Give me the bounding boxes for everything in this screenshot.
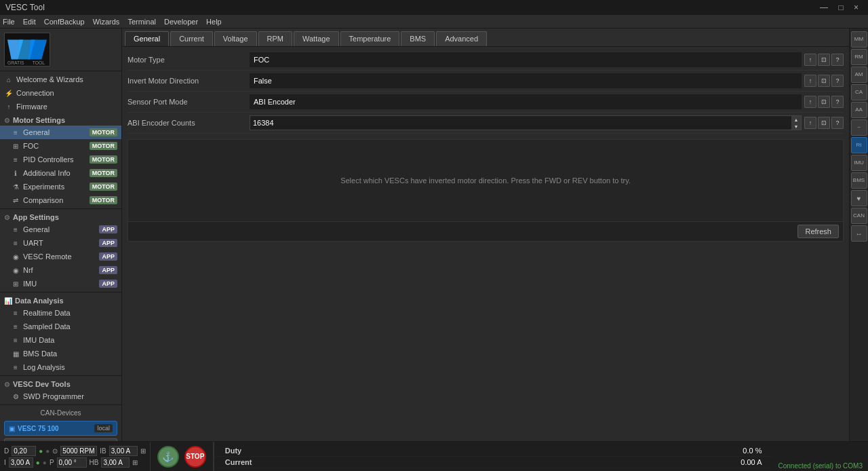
menu-file[interactable]: File xyxy=(3,18,15,26)
sidebar-item-log-analysis[interactable]: ≡ Log Analysis xyxy=(0,360,121,374)
statusbar: D ● ● ⊙ IB ⊞ I ● ● P HB ⊞ ⚓ STOP D xyxy=(0,441,868,471)
sensor-port-select[interactable]: ABI Encoder Hall Sensor Disabled xyxy=(250,94,802,109)
refresh-label: Refresh xyxy=(805,227,831,236)
tab-general[interactable]: General xyxy=(125,31,169,46)
sidebar-item-imu-data[interactable]: ≡ IMU Data xyxy=(0,333,121,347)
invert-motor-select[interactable]: False True xyxy=(250,73,802,88)
connection-label: Connection xyxy=(16,89,117,97)
sidebar-item-experiments[interactable]: ⚗ Experiments MOTOR xyxy=(0,180,121,193)
sampled-label: Sampled Data xyxy=(23,322,117,331)
ib-input[interactable] xyxy=(109,446,138,456)
tab-current[interactable]: Current xyxy=(170,31,213,46)
sidebar-item-nrf[interactable]: ◉ Nrf APP xyxy=(0,263,121,277)
menu-terminal[interactable]: Terminal xyxy=(127,18,156,26)
sidebar-item-connection[interactable]: ⚡ Connection xyxy=(0,86,121,100)
vesc-dev-header[interactable]: ⚙ VESC Dev Tools xyxy=(0,377,121,390)
sidebar-item-pid[interactable]: ≡ PID Controllers MOTOR xyxy=(0,153,121,166)
d-input[interactable] xyxy=(12,446,36,456)
invert-motor-info[interactable]: ? xyxy=(831,75,844,87)
right-btn-imu[interactable]: IMU xyxy=(851,155,867,171)
motor-settings-header[interactable]: ⚙ Motor Settings xyxy=(0,113,121,126)
tab-advanced[interactable]: Advanced xyxy=(436,31,487,46)
ib-expand[interactable]: ⊞ xyxy=(140,447,146,455)
right-btn-arrows[interactable]: ↔ xyxy=(851,225,867,242)
status-circle2[interactable]: ● xyxy=(45,447,50,455)
sidebar-item-bms-data[interactable]: ▦ BMS Data xyxy=(0,347,121,360)
invert-motor-copy[interactable]: ⊡ xyxy=(818,75,830,87)
scan-can-button[interactable]: ⊙ Scan CAN xyxy=(4,438,117,441)
tab-rpm[interactable]: RPM xyxy=(258,31,292,46)
sidebar-item-foc[interactable]: ⊞ FOC MOTOR xyxy=(0,139,121,153)
menu-help[interactable]: Help xyxy=(206,18,222,26)
abi-encoder-input[interactable] xyxy=(250,117,791,128)
right-btn-am[interactable]: AM xyxy=(851,67,867,83)
refresh-bar: Refresh xyxy=(128,221,843,241)
right-btn-ca[interactable]: CA xyxy=(851,84,867,100)
sensor-port-copy[interactable]: ⊡ xyxy=(818,96,830,108)
status-circle3[interactable]: ● xyxy=(36,459,40,466)
data-analysis-header[interactable]: 📊 Data Analysis xyxy=(0,294,121,306)
status-circle1[interactable]: ● xyxy=(39,447,43,455)
tab-wattage[interactable]: Wattage xyxy=(294,31,339,46)
window-controls: — □ × xyxy=(816,3,863,12)
status-circle4[interactable]: ● xyxy=(43,459,47,466)
sidebar-item-vesc-remote[interactable]: ◉ VESC Remote APP xyxy=(0,250,121,263)
sensor-port-label: Sensor Port Mode xyxy=(127,98,250,106)
can-device-item[interactable]: ▣ VESC 75 100 local xyxy=(4,421,117,436)
abi-encoder-down[interactable]: ▼ xyxy=(791,123,801,130)
sensor-port-up[interactable]: ↑ xyxy=(804,96,816,108)
hb-expand[interactable]: ⊞ xyxy=(132,459,138,466)
right-btn-rm[interactable]: RM xyxy=(851,49,867,65)
sidebar-item-welcome[interactable]: ⌂ Welcome & Wizards xyxy=(0,73,121,86)
right-btn-heart[interactable]: ♥ xyxy=(851,190,867,206)
p-input[interactable] xyxy=(57,457,87,468)
sidebar-item-general[interactable]: ≡ General MOTOR xyxy=(0,126,121,139)
sidebar-item-comparison[interactable]: ⇌ Comparison MOTOR xyxy=(0,193,121,207)
sidebar-item-additional[interactable]: ℹ Additional Info MOTOR xyxy=(0,166,121,180)
tab-temperature[interactable]: Temperature xyxy=(340,31,400,46)
menu-wizards[interactable]: Wizards xyxy=(93,18,120,26)
minimize-btn[interactable]: — xyxy=(816,3,832,12)
sidebar-item-sampled[interactable]: ≡ Sampled Data xyxy=(0,320,121,333)
sidebar-item-realtime[interactable]: ≡ Realtime Data xyxy=(0,306,121,320)
sidebar-item-app-general[interactable]: ≡ General APP xyxy=(0,223,121,236)
right-btn-mm[interactable]: MM xyxy=(851,31,867,48)
abi-encoder-send[interactable]: ↑ xyxy=(804,117,816,129)
pid-badge: MOTOR xyxy=(90,155,117,164)
abi-encoder-info[interactable]: ? xyxy=(831,117,844,129)
menu-edit[interactable]: Edit xyxy=(23,18,36,26)
right-btn-aa[interactable]: AA xyxy=(851,102,867,118)
motor-type-info[interactable]: ? xyxy=(831,54,844,66)
right-btn-can[interactable]: CAN xyxy=(851,208,867,224)
close-btn[interactable]: × xyxy=(850,3,863,12)
menu-confbackup[interactable]: ConfBackup xyxy=(44,18,85,26)
invert-motor-up[interactable]: ↑ xyxy=(804,75,816,87)
rpm-input[interactable] xyxy=(60,446,97,456)
sensor-port-info[interactable]: ? xyxy=(831,96,844,108)
anchor-button[interactable]: ⚓ xyxy=(157,446,179,468)
right-btn-wave[interactable]: ~ xyxy=(851,119,867,136)
stop-button[interactable]: STOP xyxy=(184,446,206,468)
abi-encoder-copy[interactable]: ⊡ xyxy=(818,117,830,129)
motor-type-up[interactable]: ↑ xyxy=(804,54,816,66)
tab-voltage[interactable]: Voltage xyxy=(214,31,257,46)
sidebar-item-firmware[interactable]: ↑ Firmware xyxy=(0,100,121,113)
maximize-btn[interactable]: □ xyxy=(834,3,847,12)
title-text: VESC Tool xyxy=(5,3,45,12)
refresh-button[interactable]: Refresh xyxy=(797,225,839,238)
hb-input[interactable] xyxy=(101,457,130,468)
menu-developer[interactable]: Developer xyxy=(164,18,198,26)
motor-type-copy[interactable]: ⊡ xyxy=(818,54,830,66)
sidebar-item-uart[interactable]: ≡ UART APP xyxy=(0,236,121,250)
motor-type-select[interactable]: FOC BLDC DC xyxy=(250,52,802,67)
sidebar-item-swd[interactable]: ⚙ SWD Programmer xyxy=(0,390,121,403)
right-btn-rt[interactable]: Rt xyxy=(851,137,867,153)
app-settings-label: App Settings xyxy=(13,213,59,221)
right-btn-bms[interactable]: BMS xyxy=(851,172,867,189)
sidebar-item-imu[interactable]: ⊞ IMU APP xyxy=(0,277,121,290)
abi-encoder-up[interactable]: ▲ xyxy=(791,116,801,123)
svg-text:GRATIS: GRATIS xyxy=(7,60,24,65)
app-settings-header[interactable]: ⚙ App Settings xyxy=(0,210,121,223)
tab-bms[interactable]: BMS xyxy=(401,31,435,46)
i-input[interactable] xyxy=(9,457,33,468)
